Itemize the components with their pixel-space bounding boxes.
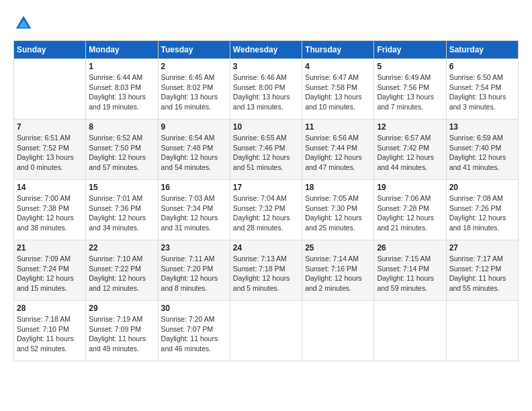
calendar-cell: 18Sunrise: 7:05 AM Sunset: 7:30 PM Dayli… [302, 180, 374, 240]
day-info: Sunrise: 6:46 AM Sunset: 8:00 PM Dayligh… [233, 73, 299, 112]
weekday-header-row: SundayMondayTuesdayWednesdayThursdayFrid… [14, 41, 519, 59]
day-info: Sunrise: 7:08 AM Sunset: 7:26 PM Dayligh… [449, 193, 515, 233]
weekday-header-thursday: Thursday [302, 41, 374, 59]
day-number: 11 [305, 122, 371, 132]
day-number: 9 [161, 122, 227, 132]
calendar-cell [374, 301, 446, 361]
weekday-header-friday: Friday [374, 41, 446, 59]
day-number: 19 [377, 183, 443, 192]
day-info: Sunrise: 6:55 AM Sunset: 7:46 PM Dayligh… [233, 133, 299, 173]
day-info: Sunrise: 7:20 AM Sunset: 7:07 PM Dayligh… [161, 314, 227, 354]
day-info: Sunrise: 7:18 AM Sunset: 7:10 PM Dayligh… [17, 314, 83, 354]
calendar-cell [230, 301, 302, 361]
day-number: 23 [161, 243, 227, 253]
calendar-cell: 3Sunrise: 6:46 AM Sunset: 8:00 PM Daylig… [230, 59, 302, 120]
calendar-cell: 10Sunrise: 6:55 AM Sunset: 7:46 PM Dayli… [230, 120, 302, 180]
week-row-2: 7Sunrise: 6:51 AM Sunset: 7:52 PM Daylig… [14, 120, 519, 180]
day-info: Sunrise: 6:44 AM Sunset: 8:03 PM Dayligh… [89, 73, 154, 112]
calendar-cell [446, 301, 518, 361]
calendar-cell [14, 59, 86, 120]
calendar-cell: 24Sunrise: 7:13 AM Sunset: 7:18 PM Dayli… [230, 240, 302, 301]
calendar-cell: 30Sunrise: 7:20 AM Sunset: 7:07 PM Dayli… [158, 301, 230, 361]
day-info: Sunrise: 7:09 AM Sunset: 7:24 PM Dayligh… [17, 254, 83, 293]
day-number: 18 [305, 183, 371, 192]
day-number: 25 [305, 243, 371, 253]
calendar-cell: 7Sunrise: 6:51 AM Sunset: 7:52 PM Daylig… [14, 120, 86, 180]
calendar-cell: 16Sunrise: 7:03 AM Sunset: 7:34 PM Dayli… [158, 180, 230, 240]
day-info: Sunrise: 7:04 AM Sunset: 7:32 PM Dayligh… [233, 193, 299, 233]
calendar-cell: 14Sunrise: 7:00 AM Sunset: 7:38 PM Dayli… [14, 180, 86, 240]
calendar-cell: 4Sunrise: 6:47 AM Sunset: 7:58 PM Daylig… [302, 59, 374, 120]
calendar-table: SundayMondayTuesdayWednesdayThursdayFrid… [13, 40, 519, 361]
day-number: 7 [17, 122, 83, 132]
day-info: Sunrise: 7:10 AM Sunset: 7:22 PM Dayligh… [89, 254, 154, 293]
logo-icon [13, 13, 34, 34]
calendar-cell: 15Sunrise: 7:01 AM Sunset: 7:36 PM Dayli… [86, 180, 158, 240]
day-number: 24 [233, 243, 299, 253]
day-info: Sunrise: 6:52 AM Sunset: 7:50 PM Dayligh… [89, 133, 154, 173]
day-info: Sunrise: 7:17 AM Sunset: 7:12 PM Dayligh… [449, 254, 515, 293]
day-info: Sunrise: 6:45 AM Sunset: 8:02 PM Dayligh… [161, 73, 227, 112]
day-number: 6 [449, 62, 515, 71]
weekday-header-wednesday: Wednesday [230, 41, 302, 59]
calendar-cell: 9Sunrise: 6:54 AM Sunset: 7:48 PM Daylig… [158, 120, 230, 180]
day-info: Sunrise: 7:00 AM Sunset: 7:38 PM Dayligh… [17, 193, 83, 233]
day-info: Sunrise: 7:06 AM Sunset: 7:28 PM Dayligh… [377, 193, 443, 233]
day-info: Sunrise: 6:51 AM Sunset: 7:52 PM Dayligh… [17, 133, 83, 173]
day-number: 3 [233, 62, 299, 71]
calendar-cell: 23Sunrise: 7:11 AM Sunset: 7:20 PM Dayli… [158, 240, 230, 301]
calendar-cell: 13Sunrise: 6:59 AM Sunset: 7:40 PM Dayli… [446, 120, 518, 180]
calendar-cell: 19Sunrise: 7:06 AM Sunset: 7:28 PM Dayli… [374, 180, 446, 240]
day-info: Sunrise: 6:57 AM Sunset: 7:42 PM Dayligh… [377, 133, 443, 173]
day-info: Sunrise: 7:13 AM Sunset: 7:18 PM Dayligh… [233, 254, 299, 293]
day-info: Sunrise: 7:15 AM Sunset: 7:14 PM Dayligh… [377, 254, 443, 293]
day-info: Sunrise: 7:11 AM Sunset: 7:20 PM Dayligh… [161, 254, 227, 293]
calendar-cell: 5Sunrise: 6:49 AM Sunset: 7:56 PM Daylig… [374, 59, 446, 120]
day-number: 15 [89, 183, 154, 192]
weekday-header-sunday: Sunday [14, 41, 86, 59]
calendar-cell: 22Sunrise: 7:10 AM Sunset: 7:22 PM Dayli… [86, 240, 158, 301]
calendar-cell: 6Sunrise: 6:50 AM Sunset: 7:54 PM Daylig… [446, 59, 518, 120]
day-number: 13 [449, 122, 515, 132]
calendar-cell: 2Sunrise: 6:45 AM Sunset: 8:02 PM Daylig… [158, 59, 230, 120]
calendar-cell: 27Sunrise: 7:17 AM Sunset: 7:12 PM Dayli… [446, 240, 518, 301]
weekday-header-monday: Monday [86, 41, 158, 59]
day-number: 1 [89, 62, 154, 71]
calendar-cell: 8Sunrise: 6:52 AM Sunset: 7:50 PM Daylig… [86, 120, 158, 180]
day-number: 5 [377, 62, 443, 71]
day-number: 2 [161, 62, 227, 71]
day-info: Sunrise: 6:54 AM Sunset: 7:48 PM Dayligh… [161, 133, 227, 173]
day-info: Sunrise: 6:47 AM Sunset: 7:58 PM Dayligh… [305, 73, 371, 112]
calendar-cell: 26Sunrise: 7:15 AM Sunset: 7:14 PM Dayli… [374, 240, 446, 301]
calendar-cell: 20Sunrise: 7:08 AM Sunset: 7:26 PM Dayli… [446, 180, 518, 240]
day-number: 30 [161, 304, 227, 313]
day-info: Sunrise: 6:59 AM Sunset: 7:40 PM Dayligh… [449, 133, 515, 173]
calendar-cell: 21Sunrise: 7:09 AM Sunset: 7:24 PM Dayli… [14, 240, 86, 301]
weekday-header-tuesday: Tuesday [158, 41, 230, 59]
day-number: 22 [89, 243, 154, 253]
week-row-3: 14Sunrise: 7:00 AM Sunset: 7:38 PM Dayli… [14, 180, 519, 240]
calendar-cell: 1Sunrise: 6:44 AM Sunset: 8:03 PM Daylig… [86, 59, 158, 120]
day-number: 16 [161, 183, 227, 192]
day-number: 17 [233, 183, 299, 192]
day-number: 8 [89, 122, 154, 132]
calendar-cell: 25Sunrise: 7:14 AM Sunset: 7:16 PM Dayli… [302, 240, 374, 301]
day-number: 12 [377, 122, 443, 132]
week-row-1: 1Sunrise: 6:44 AM Sunset: 8:03 PM Daylig… [14, 59, 519, 120]
week-row-5: 28Sunrise: 7:18 AM Sunset: 7:10 PM Dayli… [14, 301, 519, 361]
day-info: Sunrise: 7:05 AM Sunset: 7:30 PM Dayligh… [305, 193, 371, 233]
day-number: 28 [17, 304, 83, 313]
day-info: Sunrise: 7:14 AM Sunset: 7:16 PM Dayligh… [305, 254, 371, 293]
day-number: 14 [17, 183, 83, 192]
day-number: 20 [449, 183, 515, 192]
week-row-4: 21Sunrise: 7:09 AM Sunset: 7:24 PM Dayli… [14, 240, 519, 301]
day-info: Sunrise: 7:01 AM Sunset: 7:36 PM Dayligh… [89, 193, 154, 233]
day-info: Sunrise: 7:03 AM Sunset: 7:34 PM Dayligh… [161, 193, 227, 233]
day-info: Sunrise: 6:49 AM Sunset: 7:56 PM Dayligh… [377, 73, 443, 112]
day-info: Sunrise: 6:56 AM Sunset: 7:44 PM Dayligh… [305, 133, 371, 173]
calendar-cell: 28Sunrise: 7:18 AM Sunset: 7:10 PM Dayli… [14, 301, 86, 361]
day-number: 26 [377, 243, 443, 253]
day-number: 21 [17, 243, 83, 253]
calendar-cell: 11Sunrise: 6:56 AM Sunset: 7:44 PM Dayli… [302, 120, 374, 180]
page-header [13, 13, 519, 34]
